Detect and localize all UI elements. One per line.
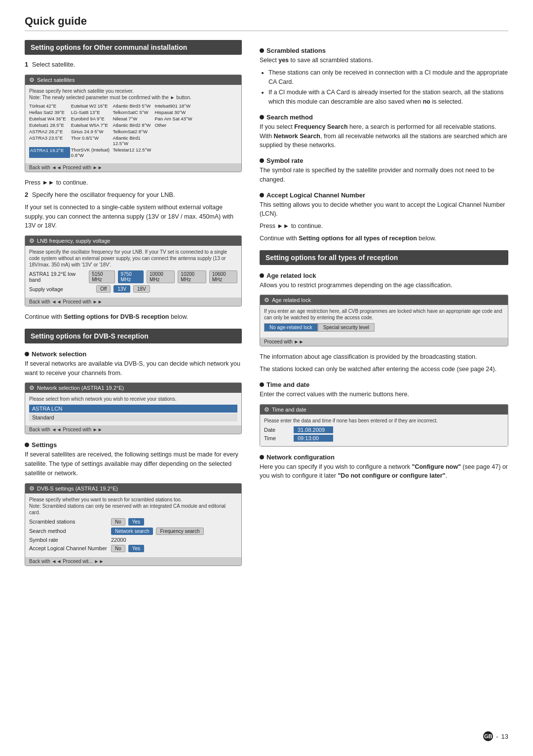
freq-5150[interactable]: 5150 MHz bbox=[89, 270, 114, 283]
bullet-dot-age bbox=[260, 273, 264, 278]
date-row: Date 31.08.2009 bbox=[264, 426, 504, 433]
gear-icon-dvbs: ⚙ bbox=[29, 485, 35, 492]
age-lock-titlebar: ⚙ Age related lock bbox=[260, 295, 508, 305]
gear-icon-time: ⚙ bbox=[264, 406, 269, 413]
bullet-dot-scrambled bbox=[260, 48, 264, 53]
search-method-label: Search method bbox=[266, 113, 313, 121]
dvbs-titlebar: ⚙ DVB-S settings (ASTRA1 19.2°E) bbox=[25, 484, 241, 493]
network-box-body: Please select from which network you wis… bbox=[25, 393, 241, 425]
time-date-box: ⚙ Time and date Please enter the data an… bbox=[260, 404, 508, 447]
scrambled-list: These stations can only be received in c… bbox=[268, 68, 508, 107]
left-column: Setting options for Other communal insta… bbox=[25, 40, 242, 572]
supply-13v[interactable]: 13V bbox=[114, 285, 130, 293]
sat-18: Atlantic Bird2 8°W bbox=[113, 122, 154, 128]
gear-icon-lnb: ⚙ bbox=[29, 237, 35, 244]
sat-telestar: Telestar12 12.5°W bbox=[113, 147, 154, 158]
dvbs-row-lcn: Accept Logical Channel Number No Yes bbox=[29, 545, 237, 552]
dvbs-title: DVB-S settings (ASTRA1 19.2°E) bbox=[37, 486, 118, 491]
supply-off[interactable]: Off bbox=[96, 285, 111, 293]
time-date-box-title: Time and date bbox=[272, 407, 306, 413]
lcn-label: Accept Logical Channel Number bbox=[266, 191, 365, 199]
lnb-footer: Back with ◄◄ Proceed with ►► bbox=[25, 298, 241, 306]
gear-icon-age: ⚙ bbox=[264, 297, 269, 303]
dvbs-settings-box: ⚙ DVB-S settings (ASTRA1 19.2°E) Please … bbox=[25, 483, 242, 566]
network-item-standard[interactable]: Standard bbox=[29, 414, 237, 421]
network-config-label: Network configuration bbox=[266, 454, 335, 461]
dvbs-note: Please specify whether you want to searc… bbox=[29, 496, 237, 516]
time-row: Time 09:13:00 bbox=[264, 435, 504, 442]
age-lock-tab-no-restriction[interactable]: No age-related lock bbox=[264, 323, 318, 332]
lcn-continue: Continue with Setting options for all ty… bbox=[260, 234, 508, 243]
bullet-dot-time bbox=[260, 382, 264, 387]
sat-25 bbox=[196, 129, 237, 134]
network-item-astra[interactable]: ASTRA LCN bbox=[29, 405, 237, 413]
date-value: 31.08.2009 bbox=[294, 426, 333, 433]
dvbs-symbol-label: Symbol rate bbox=[29, 537, 108, 543]
network-config-heading: Network configuration bbox=[260, 454, 508, 461]
lnb-box: ⚙ LNB frequency, supply voltage Please s… bbox=[25, 235, 242, 306]
dvbs-search-label: Search method bbox=[29, 528, 108, 534]
age-lock-tabs: No age-related lock Special security lev… bbox=[264, 323, 504, 332]
dvbs-scrambled-yes[interactable]: Yes bbox=[128, 518, 144, 526]
freq-9750[interactable]: 9750 MHz bbox=[118, 270, 144, 283]
sat-thorsvk: ThorSVK (Intelsat) 0.8°W bbox=[71, 147, 112, 158]
network-selection-box: ⚙ Network selection (ASTRA1 19.2°E) Plea… bbox=[25, 382, 242, 434]
sat-32 bbox=[154, 147, 195, 158]
sat-23: TelkomSat2 8°W bbox=[113, 129, 154, 134]
section2-header: Setting options for DVB-S reception bbox=[25, 329, 242, 343]
scrambled-bullet-1: These stations can only be received in c… bbox=[268, 68, 508, 87]
settings-heading: Settings bbox=[25, 441, 242, 449]
time-value: 09:13:00 bbox=[294, 435, 333, 442]
dvbs-row-symbol: Symbol rate 22000 bbox=[29, 537, 237, 543]
date-label: Date bbox=[264, 427, 294, 433]
search-method-heading: Search method bbox=[260, 113, 508, 121]
sat-27: Thor 0.8/1°W bbox=[71, 135, 112, 146]
footer-back: Back with ◄◄ Proceed with ►► bbox=[29, 165, 103, 170]
step1-number: 1 bbox=[25, 61, 28, 68]
bullet-dot-network bbox=[25, 352, 29, 356]
lnb-band-row: ASTRA1 19.2°E low band 5150 MHz 9750 MHz… bbox=[29, 270, 237, 283]
lnb-body: Please specify the oscillator frequency … bbox=[25, 246, 241, 298]
gb-label: GB bbox=[483, 731, 493, 741]
freq-10600[interactable]: 10600 MHz bbox=[209, 270, 237, 283]
select-satellites-footer: Back with ◄◄ Proceed with ►► bbox=[25, 163, 241, 172]
sat-13: Nilesat 7°W bbox=[113, 116, 154, 121]
select-satellites-title: Select satellites bbox=[37, 77, 75, 83]
dvbs-footer-text: Back with ◄◄ Proceed wit... ►► bbox=[29, 559, 104, 564]
sat-4: Intelsat901 18°W bbox=[154, 103, 195, 109]
continue-dvbs: Continue with Setting options for DVB-S … bbox=[25, 312, 242, 322]
time-date-note: Please enter the data and time if none h… bbox=[264, 417, 504, 424]
step2-number: 2 bbox=[25, 191, 28, 198]
network-box-footer: Back with ◄◄ Proceed with ►► bbox=[25, 425, 241, 434]
page-title: Quick guide bbox=[25, 15, 508, 31]
gear-icon: ⚙ bbox=[29, 76, 35, 83]
select-satellites-box: ⚙ Select satellites Please specify here … bbox=[25, 75, 242, 172]
sat-12: Eurobird 9A 9°E bbox=[71, 116, 112, 121]
supply-18v[interactable]: 18V bbox=[133, 285, 150, 293]
dvbs-footer: Back with ◄◄ Proceed wit... ►► bbox=[25, 557, 241, 566]
bullet-dot-lcn bbox=[260, 193, 264, 197]
lnb-title: LNB frequency, supply voltage bbox=[37, 238, 110, 244]
scrambled-label: Scrambled stations bbox=[266, 47, 326, 54]
lnb-titlebar: ⚙ LNB frequency, supply voltage bbox=[25, 236, 241, 246]
dvbs-frequency-search[interactable]: Frequency search bbox=[156, 528, 203, 535]
sat-astra1-highlighted: ASTRA1 19.2°E bbox=[29, 147, 70, 158]
gear-icon-network: ⚙ bbox=[29, 384, 35, 391]
dvbs-lcn-no[interactable]: No bbox=[111, 545, 125, 552]
age-lock-tab-special[interactable]: Special security level bbox=[318, 323, 375, 332]
satellite-grid: Türksat 42°E Eutelsat W2 16°E Atlantic B… bbox=[29, 103, 237, 158]
sat-6: Hellas Sat2 39°E bbox=[29, 110, 70, 115]
freq-10000[interactable]: 10000 MHz bbox=[147, 270, 175, 283]
page-dash: - bbox=[496, 733, 498, 740]
dvbs-network-search[interactable]: Network search bbox=[111, 528, 153, 535]
search-method-text: If you select Frequency Search here, a s… bbox=[260, 122, 508, 150]
lcn-text: This setting allows you to decide whethe… bbox=[260, 200, 508, 219]
symbol-rate-label: Symbol rate bbox=[266, 157, 303, 164]
network-config-text: Here you can specify if you wish to conf… bbox=[260, 462, 508, 481]
dvbs-scrambled-no[interactable]: No bbox=[111, 518, 125, 526]
freq-10200[interactable]: 10200 MHz bbox=[178, 270, 206, 283]
time-label: Time bbox=[264, 435, 294, 441]
bullet-dot-settings bbox=[25, 443, 29, 447]
dvbs-lcn-yes[interactable]: Yes bbox=[128, 545, 144, 552]
sat-20 bbox=[196, 122, 237, 128]
